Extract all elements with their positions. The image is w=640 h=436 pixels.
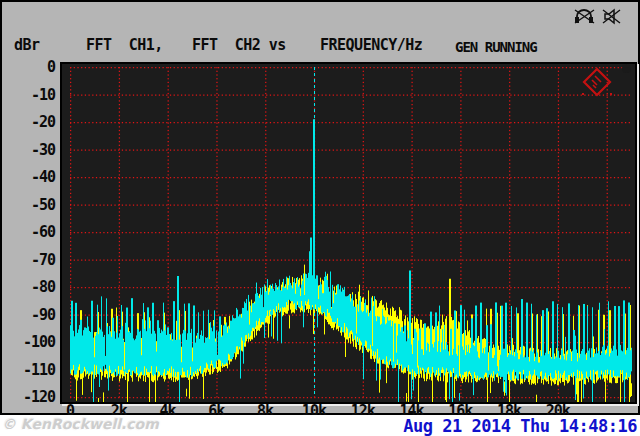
y-tick-label: -10	[31, 86, 55, 104]
datetime-label: Aug 21 2014 Thu 14:48:16	[403, 416, 637, 436]
y-tick-label: 0	[47, 58, 55, 76]
trace2-label: FFT CH2 vs	[192, 36, 286, 54]
y-tick-label: -100	[23, 333, 55, 351]
y-tick-label: -40	[31, 168, 55, 186]
headphones-muted-icon	[573, 8, 596, 25]
watermark: © KenRockwell.com	[2, 416, 159, 432]
y-axis-labels: 0-10-20-30-40-50-60-70-80-90-100-110-120	[2, 2, 56, 413]
speaker-muted-icon	[601, 8, 622, 25]
y-tick-label: -30	[31, 141, 55, 159]
y-tick-label: -110	[23, 361, 55, 379]
rs-logo-icon	[581, 66, 613, 98]
y-tick-label: -60	[31, 223, 55, 241]
y-tick-label: -50	[31, 196, 55, 214]
x-axis-title: FREQUENCY/Hz	[320, 36, 422, 54]
trace1-label: FFT CH1,	[86, 36, 163, 54]
y-tick-label: -70	[31, 251, 55, 269]
status-generator: GEN RUNNING	[455, 39, 581, 55]
screenshot-root: dBr FFT CH1, FFT CH2 vs FREQUENCY/Hz GEN…	[0, 0, 640, 436]
corner-screw-icon	[622, 64, 631, 73]
monitor-icons	[573, 8, 622, 25]
spectrum-canvas	[62, 64, 635, 402]
spectrum-plot	[60, 62, 637, 404]
analyzer-screen: dBr FFT CH1, FFT CH2 vs FREQUENCY/Hz GEN…	[0, 0, 640, 415]
y-tick-label: -80	[31, 278, 55, 296]
y-tick-label: -90	[31, 306, 55, 324]
bottom-strip: © KenRockwell.com Aug 21 2014 Thu 14:48:…	[0, 415, 640, 436]
y-tick-label: -20	[31, 113, 55, 131]
